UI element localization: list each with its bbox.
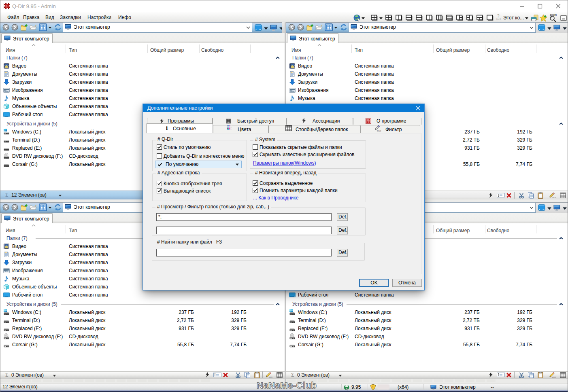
- svg-text:!: !: [372, 385, 374, 389]
- svg-text:6923: 6923: [377, 130, 381, 132]
- svg-text:p923: p923: [552, 197, 556, 198]
- svg-text:zoom: zoom: [550, 13, 557, 16]
- svg-text:p923: p923: [552, 376, 556, 378]
- svg-text:p923: p923: [269, 376, 272, 378]
